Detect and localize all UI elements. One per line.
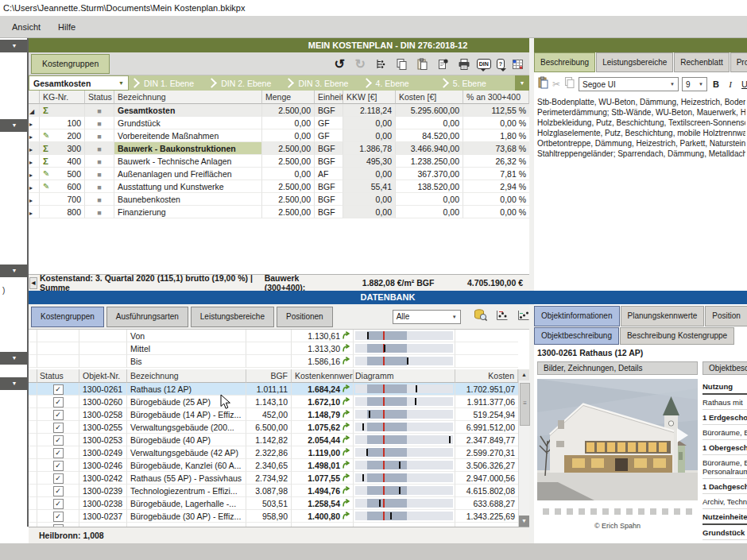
objekt-row[interactable]: ✓1300-0258Bürogebäude (14 AP) - Effiz...… xyxy=(29,408,529,421)
new-report-icon[interactable] xyxy=(435,56,451,72)
collapsed-panel-toggle[interactable]: ▼ xyxy=(0,352,29,365)
objektfilter-select[interactable]: Alle ▼ xyxy=(393,310,461,324)
breadcrumb-level-5[interactable]: 5. Ebene xyxy=(438,75,515,91)
tree-collapsed-icon[interactable]: ▸ xyxy=(29,210,33,217)
copy-icon[interactable] xyxy=(394,56,409,72)
objekt-row[interactable]: ✓1300-0237Bürogebäude (30 AP) - Effiz...… xyxy=(29,510,529,523)
bilder-zeichnungen-button[interactable]: Bilder, Zeichnungen, Details xyxy=(537,361,698,375)
collapsed-panel-toggle[interactable]: ▼ xyxy=(0,40,29,52)
pagination-dot[interactable] xyxy=(626,508,633,515)
row-checkbox[interactable]: ✓ xyxy=(53,486,64,496)
expand-levels-icon[interactable] xyxy=(374,56,389,72)
row-checkbox[interactable]: ✓ xyxy=(53,435,64,446)
collapsed-panel-toggle[interactable]: ▼ xyxy=(0,377,29,390)
pagination-dot[interactable] xyxy=(638,508,644,515)
kostengruppe-row[interactable]: ◢Σ■Gesamtkosten2.500,00BGF2.118,245.295.… xyxy=(29,104,529,117)
tree-expanded-icon[interactable]: ◢ xyxy=(29,108,34,115)
print-icon[interactable] xyxy=(456,56,471,72)
tab-leistungsbereiche[interactable]: Leistungsbereiche xyxy=(596,52,673,72)
menu-hilfe[interactable]: Hilfe xyxy=(49,22,84,32)
tab-kostengruppen[interactable]: Kostengruppen xyxy=(31,54,110,74)
paste-icon[interactable] xyxy=(537,76,549,92)
scroll-up-icon[interactable]: ▲ xyxy=(519,369,529,380)
objekt-photo[interactable] xyxy=(537,379,698,500)
pagination-dot[interactable] xyxy=(555,508,561,515)
pagination-dot[interactable] xyxy=(686,508,692,515)
level-filter-button[interactable]: ▼ xyxy=(515,75,529,91)
breadcrumb-level-1[interactable]: DIN 1. Ebene xyxy=(129,75,206,91)
objekt-row[interactable]: ✓1300-0261Rathaus (12 AP)1.011,111.684,2… xyxy=(29,383,529,396)
tree-collapsed-icon[interactable]: ▸ xyxy=(29,184,33,191)
redo-icon[interactable]: ↻ xyxy=(353,56,368,72)
beschreibung-textarea[interactable]: Stb-Bodenplatte, WU-Beton, Dämmung, Heiz… xyxy=(537,97,745,286)
undo-icon[interactable]: ↺ xyxy=(332,56,347,72)
objekt-row[interactable]: ✓1300-0239Technologiezentrum - Effizi...… xyxy=(29,485,529,497)
pagination-dot[interactable] xyxy=(602,508,609,515)
kostengruppe-row[interactable]: ▸✎200■Vorbereitende Maßnahmen0,00GF0,008… xyxy=(29,129,529,142)
din-hint-icon[interactable]: DIN xyxy=(477,59,491,69)
row-checkbox[interactable]: ✓ xyxy=(53,473,64,484)
kennwert-scatter-icon[interactable] xyxy=(495,309,509,325)
tab-beschreibung[interactable]: Beschreibung xyxy=(534,52,595,72)
tree-collapsed-icon[interactable]: ▸ xyxy=(29,146,33,153)
database-search-icon[interactable] xyxy=(473,308,488,325)
collapsed-panel-toggle[interactable]: ▼ xyxy=(0,265,29,277)
breadcrumb-level-2[interactable]: DIN 2. Ebene xyxy=(206,75,283,91)
kostengruppe-row[interactable]: ▸800■Finanzierung2.500,00BGF0,000,000,00… xyxy=(29,206,529,218)
tree-collapsed-icon[interactable]: ▸ xyxy=(29,172,33,179)
tree-collapsed-icon[interactable]: ▸ xyxy=(29,197,33,204)
tab-rechenblatt[interactable]: Rechenblatt xyxy=(674,52,729,72)
font-size-select[interactable]: 9 ▼ xyxy=(682,77,707,91)
pagination-dot[interactable] xyxy=(674,508,680,515)
font-family-select[interactable]: Segoe UI ▼ xyxy=(579,77,679,91)
objekt-row[interactable]: ✓1300-0260Bürogebäude (25 AP)1.143,101.6… xyxy=(29,396,529,408)
pagination-dot[interactable] xyxy=(614,508,621,515)
help-icon[interactable]: ? xyxy=(497,59,505,69)
row-checkbox[interactable]: ✓ xyxy=(53,499,64,509)
tab-objektbeschreibung[interactable]: Objektbeschreibung xyxy=(534,327,619,345)
paste-icon[interactable] xyxy=(415,56,430,72)
export-table-icon[interactable] xyxy=(510,56,525,72)
row-checkbox[interactable]: ✓ xyxy=(53,410,64,420)
tab-pro[interactable]: Pro xyxy=(730,52,747,72)
breadcrumb-level-4[interactable]: 4. Ebene xyxy=(361,75,438,91)
kostengruppe-row[interactable]: ▸✎500■Außenanlagen und Freiflächen0,00AF… xyxy=(29,168,529,180)
row-checkbox[interactable]: ✓ xyxy=(53,448,64,458)
objekt-row[interactable]: ✓1300-0238Bürogebäude, Lagerhalle -...50… xyxy=(29,497,529,510)
row-checkbox[interactable]: ✓ xyxy=(53,461,64,471)
kostengruppe-row[interactable]: ▸700■Baunebenkosten2.500,00BGF0,000,000,… xyxy=(29,193,529,206)
scrollbar-thumb[interactable]: ≡ xyxy=(520,383,530,426)
pagination-dot[interactable] xyxy=(543,508,549,515)
pagination-dot[interactable] xyxy=(590,508,597,515)
kostengruppe-row[interactable]: ▸100■Grundstück0,00GF0,000,000,00 % xyxy=(29,117,529,129)
objektbeschreibung-button[interactable]: Objektbeschr xyxy=(702,361,747,375)
breadcrumb-level-3[interactable]: DIN 3. Ebene xyxy=(283,75,360,91)
row-checkbox[interactable]: ✓ xyxy=(53,397,64,407)
objekt-row[interactable]: ✓1300-0255Verwaltungsgebäude (200...6.50… xyxy=(29,421,529,434)
kennwert-range-icon[interactable] xyxy=(517,309,531,325)
objekt-row[interactable]: ✓1300-0253Bürogebäude (40 AP)1.142,822.0… xyxy=(29,434,529,446)
table-scrollbar[interactable]: ▲ ≡ ▼ xyxy=(518,369,529,527)
row-checkbox[interactable]: ✓ xyxy=(53,423,64,433)
row-checkbox[interactable]: ✓ xyxy=(53,384,64,395)
tab-db-leistungsbereiche[interactable]: Leistungsbereiche xyxy=(191,307,274,327)
cut-icon[interactable]: ✂ xyxy=(552,79,560,90)
objekt-row[interactable]: ✓1300-0246Bürogebäude, Kanzlei (60 A...2… xyxy=(29,459,529,472)
objekt-row[interactable]: ✓1300-0242Rathaus (55 AP) - Passivhaus2.… xyxy=(29,472,529,485)
tab-objektinformationen[interactable]: Objektinformationen xyxy=(534,306,620,326)
bold-button[interactable]: B xyxy=(710,79,722,89)
tab-ausfuehrungsarten[interactable]: Ausführungsarten xyxy=(106,307,188,327)
kostengruppe-row[interactable]: ▸Σ300■Bauwerk - Baukonstruktionen2.500,0… xyxy=(29,142,529,155)
collapsed-panel-toggle[interactable]: ▼ xyxy=(0,119,29,132)
objekt-row[interactable]: ✓1300-0249Verwaltungsgebäude (42 AP)2.32… xyxy=(29,446,529,459)
row-checkbox[interactable]: ✓ xyxy=(53,512,64,522)
italic-button[interactable]: I xyxy=(725,79,736,89)
kostengruppe-row[interactable]: ▸Σ400■Bauwerk - Technische Anlagen2.500,… xyxy=(29,155,529,168)
pagination-dot[interactable] xyxy=(650,508,656,515)
tree-collapsed-icon[interactable]: ▸ xyxy=(29,133,33,141)
underline-button[interactable]: U xyxy=(739,79,747,89)
tree-collapsed-icon[interactable]: ▸ xyxy=(29,121,33,128)
tab-beschreibung-kostengruppe[interactable]: Beschreibung Kostengruppe xyxy=(620,327,734,345)
tab-planungskennwerte[interactable]: Planungskennwerte xyxy=(621,306,705,326)
copy-icon[interactable] xyxy=(563,76,575,92)
